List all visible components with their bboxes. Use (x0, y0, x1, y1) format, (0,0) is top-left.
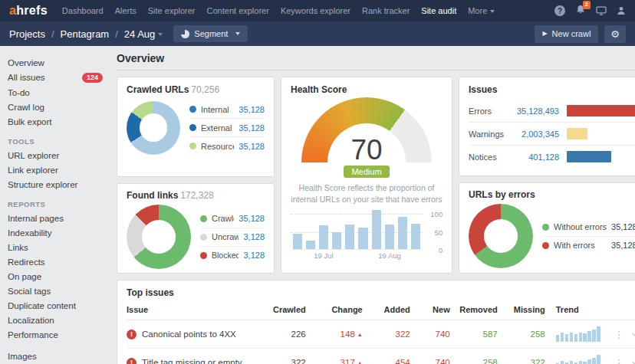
trend-sparkline (556, 326, 600, 342)
crawled-urls-donut-chart (127, 101, 180, 155)
chevron-down-icon (158, 33, 163, 36)
new-cell[interactable]: 740 (410, 358, 450, 364)
column-header-removed[interactable]: Removed (450, 305, 498, 314)
row-menu-icon[interactable]: ⋮ (614, 330, 624, 339)
monitor-icon[interactable] (596, 6, 607, 15)
crawled-urls-total: 70,256 (191, 84, 219, 95)
sidebar-item-todo[interactable]: To-do (8, 85, 103, 100)
y-tick-0: 0 (426, 246, 443, 254)
found-links-title: Found links172,328 (127, 190, 265, 201)
sidebar-item-duplicate-content[interactable]: Duplicate content (8, 298, 103, 313)
main-content: Overview Crawled URLs70,256 Internal35,1… (107, 46, 635, 364)
removed-cell[interactable]: 587 (450, 330, 498, 339)
warnings-bar-track (567, 128, 635, 139)
change-cell[interactable]: 148▲ (306, 330, 363, 339)
row-menu-icon[interactable]: ⋮ (614, 358, 624, 364)
column-header-issue[interactable]: Issue (127, 305, 258, 314)
sidebar-item-indexability[interactable]: Indexability (8, 225, 103, 240)
added-cell[interactable]: 454 (363, 358, 410, 364)
issues-row-notices: Notices401,128 (469, 145, 635, 168)
column-header-missing[interactable]: Missing (498, 305, 545, 314)
warnings-value-link[interactable]: 2,003,345 (508, 130, 559, 139)
notices-bar-track (567, 151, 635, 162)
play-icon: ▶ (542, 31, 547, 37)
column-header-new[interactable]: New (410, 305, 450, 314)
nav-item-site-explorer[interactable]: Site explorer (148, 6, 196, 15)
issue-link[interactable]: Canonical points to 4XX (142, 330, 236, 339)
sidebar-item-url-explorer[interactable]: URL explorer (8, 148, 103, 162)
removed-cell[interactable]: 258 (450, 358, 498, 364)
crawled-value-link[interactable]: 35,128 (234, 214, 265, 223)
sidebar-item-localization[interactable]: Localization (8, 313, 103, 327)
increase-triangle-icon: ▲ (357, 360, 363, 364)
sidebar-item-structure-explorer[interactable]: Structure explorer (8, 177, 103, 192)
uncrawled-value-link[interactable]: 3,128 (239, 232, 265, 241)
subheader-actions: ▶ New crawl ⚙ (535, 25, 626, 43)
nav-item-rank-tracker[interactable]: Rank tracker (362, 6, 410, 15)
urls-by-errors-card: URLs by errors Without errors35,128 With… (459, 182, 635, 274)
missing-cell[interactable]: 258 (498, 330, 545, 339)
missing-cell[interactable]: 322 (498, 358, 545, 364)
errors-value-link[interactable]: 35,128,493 (508, 107, 559, 116)
navbar-right-icons: ? 2 (554, 5, 626, 17)
sidebar-item-on-page[interactable]: On page (8, 269, 103, 284)
nav-item-keywords-explorer[interactable]: Keywords explorer (281, 6, 350, 15)
issues-card: Issues Errors35,128,493 Warnings2,003,34… (459, 77, 635, 176)
sidebar-item-internal-pages[interactable]: Internal pages (8, 211, 103, 225)
bar (372, 210, 381, 249)
crawl-date-dropdown[interactable]: 24 Aug (124, 28, 163, 40)
sidebar-item-bulk-export[interactable]: Bulk export (8, 114, 103, 129)
change-cell[interactable]: 317▲ (306, 358, 363, 364)
sidebar-item-social-tags[interactable]: Social tags (8, 284, 103, 298)
issues-title: Issues (469, 84, 635, 95)
column-header-trend: Trend (545, 305, 602, 314)
expand-chevron-icon[interactable] (632, 330, 635, 337)
sidebar-item-crawl-log[interactable]: Crawl log (8, 100, 103, 114)
nav-item-content-explorer[interactable]: Content explorer (207, 6, 269, 15)
column-header-added[interactable]: Added (363, 305, 410, 314)
column-header-change[interactable]: Change (306, 305, 363, 314)
external-dot-icon (189, 124, 196, 131)
trend-bars (291, 210, 423, 249)
issues-count-badge: 124 (82, 73, 103, 83)
notifications-bell[interactable]: 2 (575, 5, 586, 17)
with-errors-value: 35,128 (607, 241, 635, 250)
segment-button[interactable]: Segment (173, 25, 248, 42)
legend-item-internal: Internal35,128 (189, 100, 265, 118)
nav-item-site-audit[interactable]: Site audit (421, 6, 456, 15)
added-cell[interactable]: 322 (363, 330, 410, 339)
new-cell[interactable]: 740 (410, 330, 450, 339)
sidebar-item-all-issues[interactable]: All issues124 (8, 70, 103, 85)
sidebar-item-overview[interactable]: Overview (8, 55, 103, 70)
sidebar-item-performance[interactable]: Performance (8, 327, 103, 342)
sidebar-item-redirects[interactable]: Redirects (8, 254, 103, 269)
nav-item-dashboard[interactable]: Dashboard (62, 6, 104, 15)
with-errors-dot-icon (542, 242, 549, 249)
sidebar-item-link-explorer[interactable]: Link explorer (8, 162, 103, 177)
notices-value-link[interactable]: 401,128 (508, 152, 559, 162)
sidebar-item-images[interactable]: Images (8, 349, 103, 363)
column-header-crawled[interactable]: Crawled (258, 305, 306, 314)
internal-value-link[interactable]: 35,128 (234, 105, 265, 114)
logo-letter-a: a (9, 4, 16, 17)
help-icon[interactable]: ? (554, 5, 565, 16)
new-crawl-button[interactable]: ▶ New crawl (535, 25, 598, 43)
nav-item-more[interactable]: More (468, 6, 495, 15)
settings-button[interactable]: ⚙ (604, 25, 626, 43)
bar (319, 225, 328, 250)
expand-chevron-icon[interactable] (632, 358, 635, 364)
user-profile-icon[interactable] (617, 6, 626, 15)
blocked-value-link[interactable]: 3,128 (239, 251, 265, 260)
chevron-down-icon (490, 10, 495, 13)
bar (587, 331, 591, 342)
notification-count-badge: 2 (583, 1, 591, 9)
bar (358, 228, 367, 249)
external-value-link[interactable]: 35,128 (234, 123, 265, 133)
resources-value-link[interactable]: 35,128 (234, 142, 265, 151)
nav-item-alerts[interactable]: Alerts (115, 6, 137, 15)
ahrefs-logo[interactable]: ahrefs (9, 4, 48, 18)
sidebar-item-links[interactable]: Links (8, 240, 103, 254)
issue-link[interactable]: Title tag missing or empty (142, 358, 242, 364)
breadcrumb-project-name[interactable]: Pentagram (61, 28, 110, 40)
breadcrumb-projects[interactable]: Projects (9, 28, 45, 40)
